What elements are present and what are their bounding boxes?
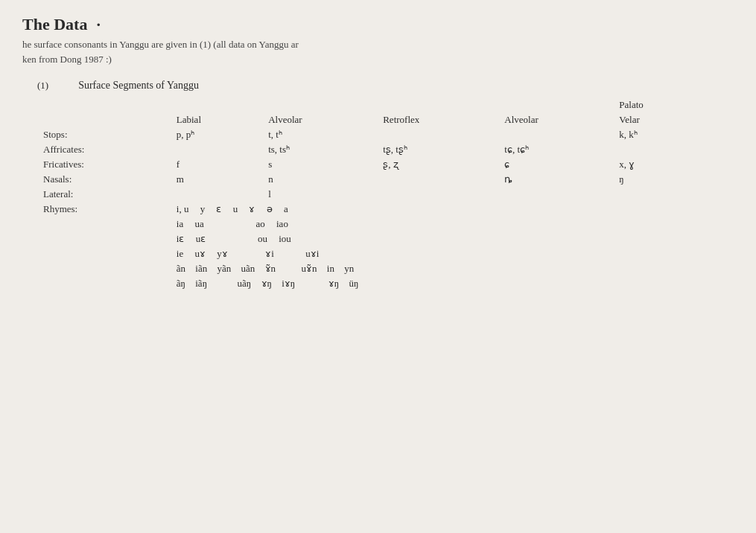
nasals-velar: ŋ xyxy=(613,172,704,187)
rhymes-row6-data: ãŋ iãŋ uãŋ ɤŋ iɤŋ ɤŋ üŋ xyxy=(171,276,734,291)
nasals-palato: ȵ xyxy=(498,172,613,187)
lateral-alveolar: l xyxy=(262,187,377,202)
rhymes-row-5: ãn iãn yãn uãn ɤ̃n uɤ̃n in yn xyxy=(37,261,734,276)
affricates-retroflex: tʂ, tʂʰ xyxy=(377,142,498,157)
fricatives-labial: f xyxy=(171,157,262,172)
affricates-velar xyxy=(613,142,704,157)
row-label-header xyxy=(37,112,171,127)
affricates-alveolar: ts, tsʰ xyxy=(262,142,377,157)
affricates-palato: tɕ, tɕʰ xyxy=(498,142,613,157)
velar-header: Velar xyxy=(613,112,704,127)
empty-col5 xyxy=(498,98,613,112)
fricatives-velar: x, ɣ xyxy=(613,157,704,172)
stops-velar: k, kʰ xyxy=(613,127,704,142)
rhymes-row-3: iɛ uɛ ou iou xyxy=(37,232,734,246)
table-row: Nasals: m n ȵ ŋ xyxy=(37,172,734,187)
table-row: Fricatives: f s ʂ, ʐ ɕ x, ɣ xyxy=(37,157,734,172)
alveolar-header: Alveolar xyxy=(262,112,377,127)
intro-line1: he surface consonants in Yanggu are give… xyxy=(22,39,299,50)
rhymes-row2-empty xyxy=(37,217,171,232)
lateral-velar xyxy=(613,187,704,202)
lateral-palato xyxy=(498,187,613,202)
nasals-retroflex xyxy=(377,172,498,187)
table-section: (1) Surface Segments of Yanggu Palato La… xyxy=(37,80,734,291)
table-number: (1) xyxy=(37,80,48,92)
empty-col6 xyxy=(704,98,734,112)
rhymes-row3-empty xyxy=(37,232,171,246)
stops-retroflex xyxy=(377,127,498,142)
rhymes-row5-empty xyxy=(37,261,171,276)
palato-header-row: Palato xyxy=(37,98,734,112)
stops-alveolar: t, tʰ xyxy=(262,127,377,142)
table-row: Stops: p, pʰ t, tʰ k, kʰ xyxy=(37,127,734,142)
nasals-labial: m xyxy=(171,172,262,187)
nasals-label: Nasals: xyxy=(37,172,171,187)
lateral-retroflex xyxy=(377,187,498,202)
lateral-label: Lateral: xyxy=(37,187,171,202)
labial-header: Labial xyxy=(171,112,262,127)
fricatives-label: Fricatives: xyxy=(37,157,171,172)
rhymes-row-2: ia ua ao iao xyxy=(37,217,734,232)
rhymes-label: Rhymes: xyxy=(37,202,171,217)
rhymes-row3-data: iɛ uɛ ou iou xyxy=(171,232,734,246)
rhymes-row-4: ie uɤ yɤ ɤi uɤi xyxy=(37,246,734,261)
title-text: The Data xyxy=(22,15,87,34)
empty-col4 xyxy=(377,98,498,112)
affricates-labial xyxy=(171,142,262,157)
table-row: Lateral: l xyxy=(37,187,734,202)
empty-col3 xyxy=(262,98,377,112)
palato-top-header: Palato xyxy=(613,98,704,112)
affricates-label: Affricates: xyxy=(37,142,171,157)
rhymes-row6-empty xyxy=(37,276,171,291)
rhymes-row5-data: ãn iãn yãn uãn ɤ̃n uɤ̃n in yn xyxy=(171,261,734,276)
palato-line1: Palato xyxy=(619,99,644,110)
stops-palato xyxy=(498,127,613,142)
fricatives-retroflex: ʂ, ʐ xyxy=(377,157,498,172)
fricatives-alveolar: s xyxy=(262,157,377,172)
stops-label: Stops: xyxy=(37,127,171,142)
stops-labial: p, pʰ xyxy=(171,127,262,142)
palato-alveolar-header: Alveolar xyxy=(498,112,613,127)
page-title: The Data · xyxy=(22,15,734,34)
column-headers: Labial Alveolar Retroflex Alveolar Velar xyxy=(37,112,734,127)
rhymes-row4-empty xyxy=(37,246,171,261)
table-row: Affricates: ts, tsʰ tʂ, tʂʰ tɕ, tɕʰ xyxy=(37,142,734,157)
rhymes-row1-data: i, u y ɛ u ɤ ə a xyxy=(171,202,734,217)
rhymes-row2-data: ia ua ao iao xyxy=(171,217,734,232)
rhymes-row4-data: ie uɤ yɤ ɤi uɤi xyxy=(171,246,734,261)
retroflex-header: Retroflex xyxy=(377,112,498,127)
intro-paragraph: he surface consonants in Yanggu are give… xyxy=(22,37,633,66)
lateral-labial xyxy=(171,187,262,202)
intro-line2: ken from Dong 1987 :) xyxy=(22,54,112,65)
empty-col2 xyxy=(171,98,262,112)
fricatives-palato: ɕ xyxy=(498,157,613,172)
title-dot: · xyxy=(96,15,101,34)
rhymes-row-6: ãŋ iãŋ uãŋ ɤŋ iɤŋ ɤŋ üŋ xyxy=(37,276,734,291)
rhymes-row-1: Rhymes: i, u y ɛ u ɤ ə a xyxy=(37,202,734,217)
table-title: Surface Segments of Yanggu xyxy=(78,80,199,92)
phoneme-table: Palato Labial Alveolar Retroflex Alveola… xyxy=(37,98,734,291)
empty-col xyxy=(37,98,171,112)
nasals-alveolar: n xyxy=(262,172,377,187)
